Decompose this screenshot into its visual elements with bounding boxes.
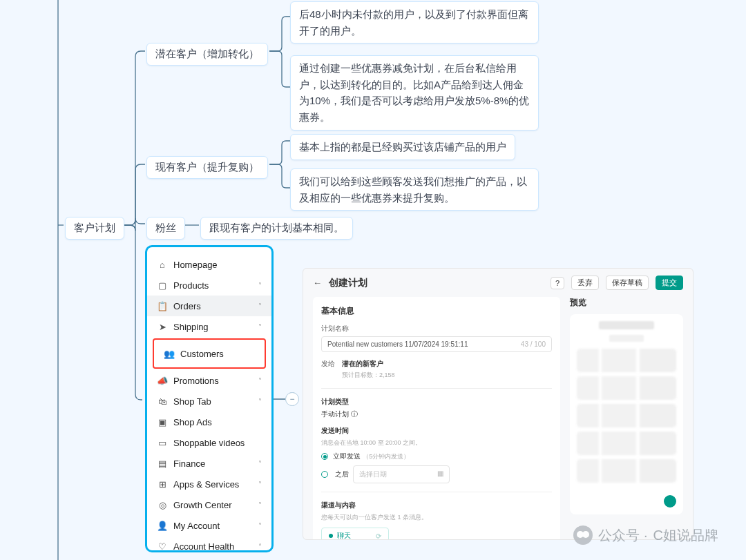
sidebar-item-products[interactable]: ▢Products˅ [147, 275, 271, 296]
section-channel: 渠道与内容 [321, 501, 552, 510]
collapse-knob-icon[interactable]: − [285, 392, 299, 406]
target-icon: ◎ [157, 499, 168, 510]
preview-shop-name [599, 321, 654, 329]
sidebar-item-label: Shoppable videos [173, 438, 245, 448]
chevron-down-icon: ˅ [258, 323, 262, 331]
sidebar-item-account-health[interactable]: ♡Account Health˄ [147, 536, 271, 552]
sidebar-item-label: Products [173, 280, 209, 291]
clipboard-icon: 📋 [157, 300, 168, 311]
section-basic: 基本信息 [321, 305, 552, 317]
sidebar-item-label: Customers [180, 349, 224, 359]
plan-name-input[interactable]: Potential new customers 11/07/2024 19:51… [321, 336, 552, 352]
chip-chat[interactable]: 聊天⟳ [321, 528, 389, 540]
radio-send-now[interactable] [321, 453, 328, 460]
sidebar-item-label: Apps & Services [173, 479, 239, 490]
chevron-up-icon: ˄ [258, 543, 262, 550]
bag-icon: 🛍 [157, 396, 168, 407]
user-icon: 👤 [157, 520, 168, 531]
node-fans-child-0[interactable]: 跟现有客户的计划基本相同。 [200, 217, 353, 240]
home-icon: ⌂ [157, 259, 168, 270]
chevron-down-icon: ˅ [258, 302, 262, 310]
megaphone-icon: 📣 [157, 375, 168, 386]
node-potential-child-0[interactable]: 后48小时内未付款的用户，以及到了付款界面但离开了的用户。 [290, 1, 539, 44]
wechat-icon [573, 525, 593, 545]
sidebar-item-apps-services[interactable]: ⊞Apps & Services˅ [147, 474, 271, 494]
channel-hint: 您每天可以向一位客户发送 1 条消息。 [321, 513, 552, 522]
admin-preview: 预览 [570, 297, 683, 540]
sidebar-item-promotions[interactable]: 📣Promotions˅ [147, 370, 271, 391]
customers-highlight-box: 👥Customers [153, 338, 266, 369]
node-potential[interactable]: 潜在客户（增加转化） [146, 43, 268, 66]
chevron-down-icon: ˅ [258, 377, 262, 385]
ads-icon: ▣ [157, 416, 168, 427]
sidebar-item-my-account[interactable]: 👤My Account˅ [147, 515, 271, 536]
chevron-down-icon: ˅ [258, 522, 262, 530]
admin-title: 创建计划 [329, 277, 367, 289]
section-plan-type: 计划类型 [321, 397, 552, 407]
chevron-down-icon: ˅ [258, 282, 262, 289]
sidebar-item-label: Orders [173, 301, 201, 311]
sidebar-item-growth-center[interactable]: ◎Growth Center˅ [147, 494, 271, 515]
box-icon: ▢ [157, 280, 168, 291]
video-icon: ▭ [157, 437, 168, 448]
admin-panel: ← 创建计划 ? 丢弃 保存草稿 提交 基本信息 计划名称 Potential … [303, 268, 694, 540]
node-fans[interactable]: 粉丝 [146, 217, 185, 240]
save-draft-button[interactable]: 保存草稿 [606, 276, 649, 290]
sidebar-item-shoppable-videos[interactable]: ▭Shoppable videos [147, 432, 271, 453]
preview-send-icon [664, 495, 676, 508]
label-plan-name: 计划名称 [321, 324, 552, 334]
sidebar-item-label: Account Health [173, 541, 234, 552]
label-sendto: 发给 [321, 359, 335, 369]
chevron-down-icon: ˅ [258, 481, 262, 488]
preview-title: 预览 [570, 297, 683, 309]
sidebar-item-label: Homepage [173, 260, 218, 270]
chevron-down-icon: ˅ [258, 501, 262, 509]
sidebar-item-label: Growth Center [173, 500, 232, 510]
label-timing: 发送时间 [321, 426, 552, 436]
discard-button[interactable]: 丢弃 [571, 276, 599, 290]
sidebar-item-label: My Account [173, 521, 220, 531]
users-icon: 👥 [164, 348, 175, 359]
help-button[interactable]: ? [551, 277, 564, 289]
sidebar-item-orders[interactable]: 📋Orders˅ [147, 296, 271, 316]
plan-type-value: 手动计划 ⓘ [321, 409, 552, 419]
wallet-icon: ▤ [157, 458, 168, 469]
submit-button[interactable]: 提交 [656, 276, 683, 290]
sidebar-item-shipping[interactable]: ➤Shipping˅ [147, 316, 271, 337]
node-existing-child-0[interactable]: 基本上指的都是已经购买过该店铺产品的用户 [290, 134, 515, 160]
sidebar-item-label: Finance [173, 458, 205, 469]
sidebar-item-label: Shipping [173, 322, 209, 332]
timing-hint: 消息会在当地 10:00 至 20:00 之间。 [321, 438, 552, 447]
sendto-value: 潜在的新客户 [342, 359, 395, 369]
radio-send-later[interactable] [321, 471, 328, 478]
sidebar-panel: ⌂Homepage▢Products˅📋Orders˅➤Shipping˅👥Cu… [145, 245, 274, 552]
sidebar-item-label: Promotions [173, 376, 219, 386]
back-icon[interactable]: ← [313, 278, 322, 288]
sidebar-item-label: Shop Ads [173, 417, 212, 427]
truck-icon: ➤ [157, 321, 168, 332]
node-existing-child-1[interactable]: 我们可以给到这些顾客发送我们想推广的产品，以及相应的一些优惠券来提升复购。 [290, 168, 539, 211]
admin-header: ← 创建计划 ? 丢弃 保存草稿 提交 [313, 276, 683, 290]
date-input[interactable]: 选择日期▦ [353, 465, 450, 483]
sidebar-item-customers[interactable]: 👥Customers [154, 343, 265, 364]
sidebar-item-finance[interactable]: ▤Finance˅ [147, 453, 271, 474]
shield-icon: ♡ [157, 541, 168, 552]
grid-icon: ⊞ [157, 479, 168, 490]
sidebar-item-homepage[interactable]: ⌂Homepage [147, 254, 271, 275]
node-potential-child-1[interactable]: 通过创建一些优惠券减免计划，在后台私信给用户，以达到转化的目的。比如A产品给到达… [290, 55, 539, 131]
sidebar-item-label: Shop Tab [173, 396, 211, 407]
sidebar-item-shop-tab[interactable]: 🛍Shop Tab˅ [147, 391, 271, 412]
node-existing[interactable]: 现有客户（提升复购） [146, 156, 268, 179]
admin-form: 基本信息 计划名称 Potential new customers 11/07/… [313, 297, 560, 540]
sendto-count: 预计目标数：2,158 [342, 371, 395, 380]
sidebar-item-shop-ads[interactable]: ▣Shop Ads [147, 412, 271, 432]
watermark: 公众号 · C姐说品牌 [573, 525, 718, 545]
preview-card [570, 314, 683, 514]
node-root[interactable]: 客户计划 [65, 217, 124, 240]
chevron-down-icon: ˅ [258, 460, 262, 467]
chevron-down-icon: ˅ [258, 398, 262, 405]
